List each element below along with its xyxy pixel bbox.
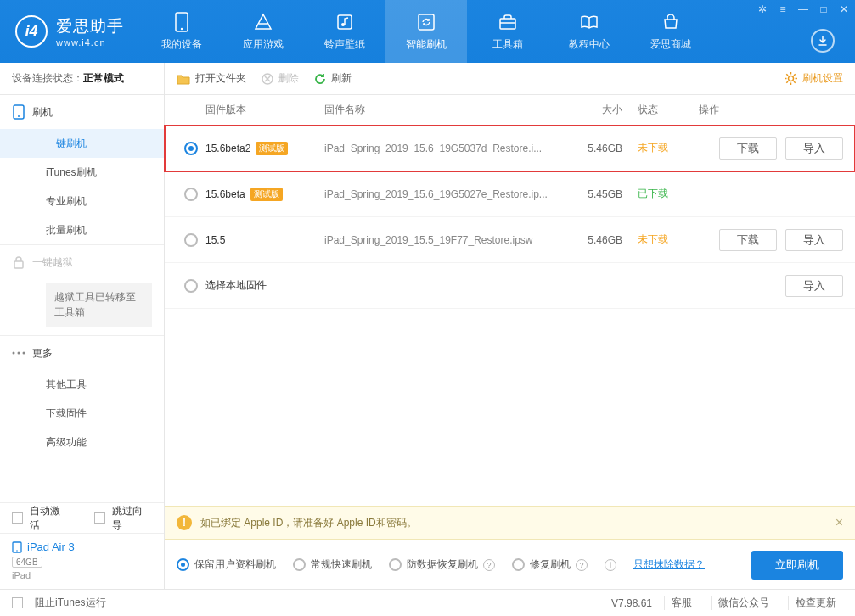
- sidebar: 设备连接状态： 正常模式 刷机 一键刷机 iTunes刷机 专业刷机 批量刷机 …: [0, 63, 165, 589]
- connection-status: 设备连接状态： 正常模式: [0, 63, 164, 95]
- version-label: V7.98.61: [611, 597, 652, 609]
- refresh-button[interactable]: 刷新: [314, 71, 352, 86]
- svg-rect-6: [500, 19, 515, 29]
- auto-activate-label: 自动激活: [30, 504, 70, 533]
- download-button[interactable]: 下载: [719, 229, 777, 251]
- firmware-filename: iPad_Spring_2019_15.6_19G5027e_Restore.i…: [324, 188, 570, 200]
- svg-point-1: [181, 27, 183, 29]
- th-ops: 操作: [699, 103, 843, 117]
- sidebar-group-more[interactable]: 更多: [0, 336, 164, 370]
- book-icon: [579, 12, 599, 32]
- menu-icon[interactable]: ≡: [777, 3, 789, 15]
- nav-apps[interactable]: 应用游戏: [222, 0, 304, 63]
- sidebar-item-oneclick-flash[interactable]: 一键刷机: [0, 129, 164, 158]
- svg-line-27: [794, 74, 796, 76]
- firmware-row[interactable]: 选择本地固件导入: [165, 263, 855, 309]
- sidebar-group-flash[interactable]: 刷机: [0, 95, 164, 129]
- sidebar-item-pro-flash[interactable]: 专业刷机: [0, 187, 164, 216]
- flash-option-label: 常规快速刷机: [311, 557, 372, 572]
- firmware-state: 已下载: [638, 187, 699, 201]
- firmware-row[interactable]: 15.5iPad_Spring_2019_15.5_19F77_Restore.…: [165, 217, 855, 263]
- skip-guide-label: 跳过向导: [112, 504, 152, 533]
- download-manager-button[interactable]: [811, 29, 835, 53]
- svg-rect-5: [419, 14, 434, 30]
- refresh-icon: [314, 73, 326, 85]
- flash-option[interactable]: 保留用户资料刷机: [177, 557, 276, 572]
- maximize-icon[interactable]: □: [818, 3, 830, 15]
- sidebar-item-batch-flash[interactable]: 批量刷机: [0, 216, 164, 244]
- device-storage: 64GB: [12, 557, 42, 568]
- notice-close-button[interactable]: ×: [835, 515, 843, 530]
- firmware-radio[interactable]: [184, 142, 198, 155]
- firmware-filename: iPad_Spring_2019_15.5_19F77_Restore.ipsw: [324, 234, 570, 246]
- firmware-radio[interactable]: [184, 188, 198, 201]
- store-icon: [661, 12, 681, 32]
- download-icon: [817, 35, 829, 47]
- th-name: 固件名称: [324, 103, 570, 117]
- erase-data-link[interactable]: 只想抹除数据？: [633, 557, 705, 572]
- apple-id-notice: ! 如已绑定 Apple ID，请准备好 Apple ID和密码。 ×: [165, 506, 855, 540]
- firmware-version: 15.5: [205, 234, 225, 246]
- top-nav: 我的设备 应用游戏 铃声壁纸 智能刷机 工具箱 教程中心 爱思商城: [141, 0, 855, 63]
- local-firmware-label: 选择本地固件: [205, 278, 267, 293]
- firmware-state: 未下载: [638, 232, 699, 247]
- flash-option-radio[interactable]: [512, 558, 525, 571]
- download-button[interactable]: 下载: [719, 137, 777, 160]
- firmware-list: 15.6beta2测试版iPad_Spring_2019_15.6_19G503…: [165, 126, 855, 309]
- music-icon: [335, 12, 355, 32]
- tablet-icon: [12, 541, 22, 553]
- toolbar: 打开文件夹 删除 刷新 刷机设置: [165, 63, 855, 95]
- svg-point-13: [18, 352, 20, 355]
- auto-activate-checkbox[interactable]: [12, 512, 23, 524]
- flash-option[interactable]: 修复刷机?: [512, 557, 588, 572]
- nav-flash[interactable]: 智能刷机: [385, 0, 467, 63]
- block-itunes-checkbox[interactable]: [12, 597, 23, 608]
- footer-check-update[interactable]: 检查更新: [788, 596, 843, 610]
- warning-icon: !: [177, 515, 192, 530]
- import-button[interactable]: 导入: [785, 229, 843, 251]
- flash-option-label: 防数据恢复刷机: [407, 557, 478, 572]
- import-button[interactable]: 导入: [785, 275, 843, 297]
- skin-icon[interactable]: ✲: [757, 3, 768, 15]
- sidebar-item-advanced[interactable]: 高级功能: [0, 428, 164, 456]
- svg-point-12: [13, 352, 15, 355]
- firmware-row[interactable]: 15.6beta2测试版iPad_Spring_2019_15.6_19G503…: [165, 126, 855, 171]
- folder-icon: [177, 73, 190, 85]
- import-button[interactable]: 导入: [785, 137, 843, 160]
- flash-option-radio[interactable]: [293, 558, 306, 571]
- beta-badge: 测试版: [250, 188, 283, 201]
- close-icon[interactable]: ✕: [838, 3, 850, 15]
- jailbreak-note: 越狱工具已转移至工具箱: [46, 283, 152, 327]
- open-folder-button[interactable]: 打开文件夹: [177, 71, 246, 86]
- flash-option[interactable]: 常规快速刷机: [293, 557, 372, 572]
- sidebar-item-download-firmware[interactable]: 下载固件: [0, 399, 164, 428]
- nav-store[interactable]: 爱思商城: [630, 0, 712, 63]
- table-header: 固件版本 固件名称 大小 状态 操作: [165, 95, 855, 126]
- nav-toolbox[interactable]: 工具箱: [467, 0, 548, 63]
- flash-now-button[interactable]: 立即刷机: [751, 551, 843, 580]
- app-logo: i4 爱思助手 www.i4.cn: [0, 0, 141, 63]
- footer-wechat[interactable]: 微信公众号: [711, 596, 776, 610]
- info-icon[interactable]: i: [605, 559, 616, 571]
- flash-option-radio[interactable]: [389, 558, 402, 571]
- th-version: 固件版本: [205, 103, 324, 117]
- help-icon[interactable]: ?: [576, 559, 588, 571]
- device-info[interactable]: iPad Air 3 64GB iPad: [0, 533, 164, 589]
- footer-support[interactable]: 客服: [664, 596, 699, 610]
- sidebar-item-other-tools[interactable]: 其他工具: [0, 370, 164, 399]
- skip-guide-checkbox[interactable]: [94, 512, 105, 524]
- minimize-icon[interactable]: —: [797, 3, 809, 15]
- nav-my-device[interactable]: 我的设备: [141, 0, 222, 63]
- phone-icon: [172, 12, 192, 32]
- nav-ringtones[interactable]: 铃声壁纸: [304, 0, 385, 63]
- nav-tutorials[interactable]: 教程中心: [548, 0, 630, 63]
- firmware-row[interactable]: 15.6beta测试版iPad_Spring_2019_15.6_19G5027…: [165, 171, 855, 217]
- flash-option-radio[interactable]: [177, 558, 189, 571]
- flash-settings-button[interactable]: 刷机设置: [785, 71, 843, 86]
- help-icon[interactable]: ?: [483, 559, 495, 571]
- firmware-radio[interactable]: [184, 233, 198, 247]
- firmware-radio[interactable]: [184, 279, 198, 293]
- flash-option[interactable]: 防数据恢复刷机?: [389, 557, 495, 572]
- sidebar-item-itunes-flash[interactable]: iTunes刷机: [0, 158, 164, 187]
- sidebar-options-row: 自动激活 跳过向导: [0, 502, 164, 533]
